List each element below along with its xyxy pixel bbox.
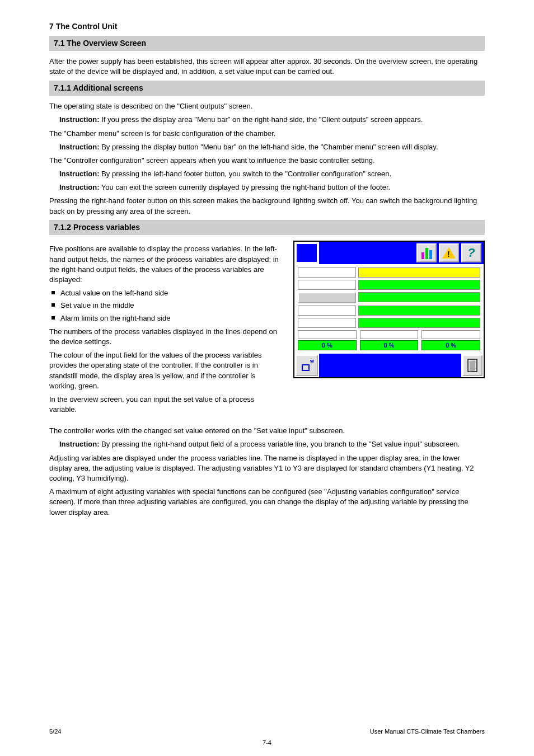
text-7-1-1f: Instruction: By pressing the left-hand f… [59, 169, 485, 179]
footer-right: User Manual CTS-Climate Test Chambers [370, 727, 485, 736]
aux-row [298, 330, 480, 339]
text-7-1-2b: The numbers of the process variables dis… [49, 327, 280, 347]
chapter-heading: 7 The Control Unit [49, 21, 485, 32]
output-1: 0 % [298, 340, 357, 350]
text-7-1-1h: Pressing the right-hand footer button on… [49, 196, 485, 216]
bullet-alarm: Alarm limits on the right-hand side [60, 313, 280, 323]
process-row-3 [298, 292, 480, 303]
warning-button[interactable] [439, 243, 459, 262]
process-row-2 [298, 280, 480, 290]
text-7-1-1g: Instruction: You can exit the screen cur… [59, 182, 485, 192]
output-3: 0 % [421, 340, 480, 350]
text-7-1-1c: The "Chamber menu" screen is for basic c… [49, 129, 485, 139]
text-7-1-2d: In the overview screen, you can input th… [49, 395, 280, 415]
output-2: 0 % [360, 340, 419, 350]
pv-label-4 [298, 306, 356, 316]
bars-button[interactable] [416, 243, 437, 262]
bullet-actual: Actual value on the left-hand side [60, 288, 280, 298]
warning-icon [442, 247, 456, 259]
footer-left: 5/24 [49, 727, 61, 736]
panel-logo-box [296, 243, 318, 263]
aux-cell-3 [421, 330, 480, 339]
process-row-5 [298, 318, 480, 328]
text-7-1-1a: The operating state is described on the … [49, 101, 485, 111]
door-icon [467, 359, 477, 372]
text-7-1-1d: Instruction: By pressing the display but… [59, 142, 485, 152]
output-row: 0 % 0 % 0 % [298, 340, 480, 350]
text-7-1-2c: The colour of the input field for the va… [49, 350, 280, 391]
panel-footer-area [319, 354, 461, 377]
text-7-1: After the power supply has been establis… [49, 57, 485, 77]
pv-label-5 [298, 318, 356, 328]
process-row-1 [298, 267, 480, 278]
text-7-1-2g: Adjusting variables are displayed under … [49, 453, 485, 484]
text-7-1-2e: The controller works with the changed se… [49, 426, 485, 436]
overview-screen-panel: ? 0 % 0 % 0 % [293, 241, 485, 378]
section-7-1-1: 7.1.1 Additional screens [49, 81, 485, 96]
pv-bar-5[interactable] [358, 318, 480, 328]
question-icon: ? [467, 245, 475, 262]
controller-icon [299, 359, 314, 372]
aux-cell-1 [298, 330, 357, 339]
pv-bar-4[interactable] [358, 306, 480, 316]
pv-bar-1[interactable] [358, 267, 480, 278]
pv-label-1 [298, 267, 356, 278]
bullet-set: Set value in the middle [60, 300, 280, 311]
text-7-1-2a: Five positions are available to display … [49, 244, 280, 285]
panel-title-area [319, 242, 415, 264]
section-7-1-2: 7.1.2 Process variables [49, 220, 485, 236]
pv-bar-2[interactable] [358, 280, 480, 290]
bars-icon [421, 247, 432, 259]
text-7-1-1e: The "Controller configuration" screen ap… [49, 156, 485, 166]
text-7-1-1b: Instruction: If you press the display ar… [59, 115, 485, 125]
exit-button[interactable] [462, 355, 483, 376]
page-number: 7-4 [0, 739, 534, 747]
process-row-4 [298, 306, 480, 316]
aux-cell-2 [360, 330, 419, 339]
help-button[interactable]: ? [461, 243, 481, 262]
text-7-1-2h: A maximum of eight adjusting variables w… [49, 487, 485, 518]
pv-bar-3[interactable] [358, 292, 480, 302]
section-7-1: 7.1 The Overview Screen [49, 36, 485, 51]
pv-label-3[interactable] [298, 292, 356, 303]
text-7-1-2f: Instruction: By pressing the right-hand … [59, 439, 485, 449]
pv-label-2 [298, 280, 356, 290]
controller-config-button[interactable] [296, 355, 318, 376]
